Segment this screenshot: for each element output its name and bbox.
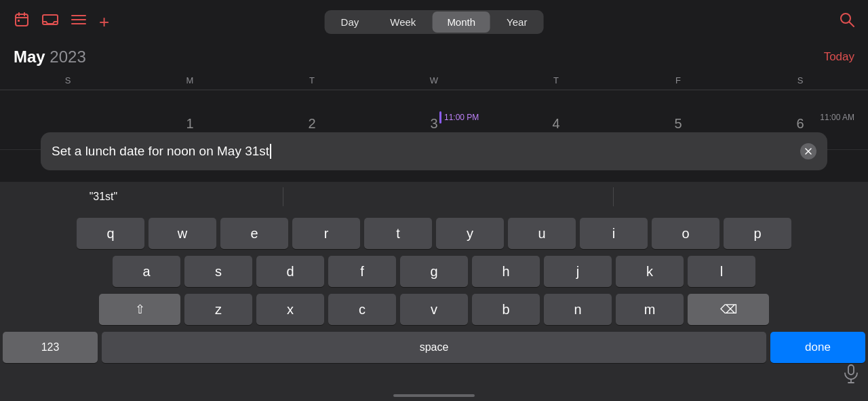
key-b[interactable]: b: [472, 294, 540, 325]
key-s[interactable]: s: [184, 256, 252, 287]
pred-divider-2: [613, 187, 614, 206]
svg-rect-12: [848, 365, 854, 375]
calendar-month-year: May 2023: [14, 47, 86, 66]
event-time-label: 11:00 PM: [444, 113, 479, 122]
segment-day[interactable]: Day: [326, 12, 374, 33]
key-v[interactable]: v: [400, 294, 468, 325]
cal-day-1[interactable]: 1: [129, 116, 251, 132]
pred-divider-1: [283, 187, 283, 206]
inbox-icon[interactable]: [42, 12, 58, 31]
keyboard-row-4: 123 space done: [3, 332, 865, 363]
top-bar-icons: +: [14, 12, 109, 33]
svg-rect-4: [18, 20, 20, 22]
svg-line-9: [850, 22, 854, 27]
cal-day-2[interactable]: 2: [251, 116, 373, 132]
list-icon[interactable]: [71, 13, 87, 31]
event-indicator: [439, 111, 441, 123]
space-key[interactable]: space: [102, 332, 766, 363]
segment-control: Day Week Month Year: [325, 10, 544, 34]
search-bar: Set a lunch date for noon on May 31st: [41, 132, 827, 170]
day-label-t2: T: [495, 75, 617, 85]
keyboard-row-3: ⇧ z x c v b n m ⌫: [3, 294, 865, 325]
microphone-icon[interactable]: [844, 364, 859, 387]
day-label-s1: S: [7, 75, 129, 85]
day-label-s2: S: [739, 75, 861, 85]
calendar-icon[interactable]: [14, 12, 30, 32]
event-time2-label: 11:00 AM: [820, 113, 854, 122]
calendar-header: May 2023 Today: [0, 43, 868, 71]
shift-key[interactable]: ⇧: [99, 294, 180, 325]
key-a[interactable]: a: [113, 256, 180, 287]
done-key[interactable]: done: [770, 332, 865, 363]
segment-month[interactable]: Month: [432, 12, 490, 33]
clear-button[interactable]: [800, 143, 816, 159]
key-j[interactable]: j: [544, 256, 612, 287]
day-label-f: F: [617, 75, 739, 85]
today-button[interactable]: Today: [824, 50, 854, 64]
key-h[interactable]: h: [472, 256, 540, 287]
day-label-w: W: [373, 75, 495, 85]
plus-icon[interactable]: +: [99, 12, 109, 33]
key-g[interactable]: g: [400, 256, 468, 287]
key-z[interactable]: z: [184, 294, 252, 325]
segment-year[interactable]: Year: [492, 12, 542, 33]
key-e[interactable]: e: [220, 218, 288, 249]
search-icon[interactable]: [840, 12, 854, 31]
segment-week[interactable]: Week: [375, 12, 431, 33]
key-m[interactable]: m: [616, 294, 684, 325]
key-c[interactable]: c: [328, 294, 396, 325]
top-bar: + Day Week Month Year: [0, 0, 868, 43]
key-d[interactable]: d: [256, 256, 324, 287]
key-t[interactable]: t: [364, 218, 432, 249]
key-n[interactable]: n: [544, 294, 612, 325]
keyboard: q w e r t y u i o p a s d f g h j k l ⇧ …: [0, 211, 868, 401]
day-label-t1: T: [251, 75, 373, 85]
key-p[interactable]: p: [724, 218, 791, 249]
key-l[interactable]: l: [688, 256, 755, 287]
key-q[interactable]: q: [77, 218, 144, 249]
keyboard-row-1: q w e r t y u i o p: [3, 218, 865, 249]
key-r[interactable]: r: [292, 218, 360, 249]
event-row: 11:00 PM 11:00 AM: [439, 110, 868, 125]
svg-rect-0: [16, 14, 28, 26]
key-i[interactable]: i: [580, 218, 648, 249]
key-x[interactable]: x: [256, 294, 324, 325]
key-f[interactable]: f: [328, 256, 396, 287]
key-o[interactable]: o: [652, 218, 719, 249]
key-k[interactable]: k: [616, 256, 684, 287]
predictive-word-1[interactable]: "31st": [76, 191, 132, 203]
key-w[interactable]: w: [149, 218, 216, 249]
delete-key[interactable]: ⌫: [688, 294, 769, 325]
numbers-key[interactable]: 123: [3, 332, 98, 363]
search-input[interactable]: Set a lunch date for noon on May 31st: [52, 144, 800, 159]
day-label-m: M: [129, 75, 251, 85]
day-labels-row: S M T W T F S: [0, 71, 868, 90]
keyboard-row-2: a s d f g h j k l: [3, 256, 865, 287]
home-indicator: [393, 394, 475, 397]
key-u[interactable]: u: [508, 218, 576, 249]
key-y[interactable]: y: [436, 218, 504, 249]
predictive-bar: "31st": [0, 182, 868, 212]
